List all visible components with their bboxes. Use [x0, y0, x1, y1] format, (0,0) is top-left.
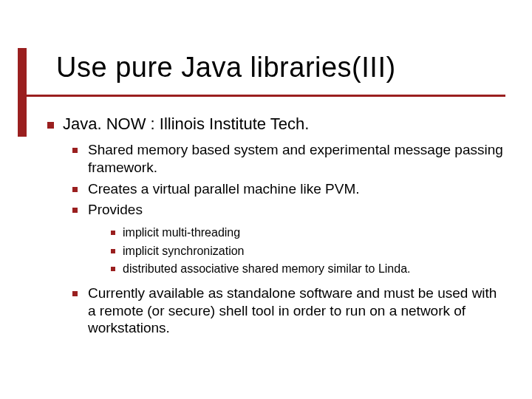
bullet-text: distributed associative shared memory si… — [123, 261, 505, 277]
bullet-level3: distributed associative shared memory si… — [111, 261, 505, 277]
title-underline — [27, 95, 505, 97]
level3-group: implicit multi-threading implicit synchr… — [111, 225, 505, 277]
bullet-text: implicit multi-threading — [123, 225, 505, 241]
bullet-text: implicit synchronization — [123, 243, 505, 259]
slide-title: Use pure Java libraries(III) — [56, 52, 396, 83]
slide: Use pure Java libraries(III) Java. NOW :… — [0, 0, 532, 399]
accent-bar — [18, 48, 27, 137]
bullet-text: Currently available as standalone softwa… — [88, 284, 505, 337]
bullet-text: Creates a virtual parallel machine like … — [88, 180, 505, 198]
bullet-level3: implicit synchronization — [111, 243, 505, 259]
bullet-level2: Currently available as standalone softwa… — [72, 284, 505, 337]
square-bullet-icon — [111, 231, 115, 235]
bullet-level3: implicit multi-threading — [111, 225, 505, 241]
bullet-text: Shared memory based system and experimen… — [88, 141, 505, 177]
square-bullet-icon — [111, 249, 115, 253]
square-bullet-icon — [72, 291, 78, 296]
bullet-text: Java. NOW : Illinois Institute Tech. — [63, 115, 505, 134]
square-bullet-icon — [72, 187, 78, 192]
bullet-level2: Shared memory based system and experimen… — [72, 141, 505, 177]
bullet-level1: Java. NOW : Illinois Institute Tech. — [47, 115, 505, 134]
square-bullet-icon — [111, 267, 115, 271]
bullet-level2: Creates a virtual parallel machine like … — [72, 180, 505, 198]
bullet-text: Provides — [88, 201, 505, 219]
square-bullet-icon — [72, 208, 78, 213]
bullet-level2: Provides — [72, 201, 505, 219]
square-bullet-icon — [47, 122, 54, 129]
square-bullet-icon — [72, 148, 78, 153]
slide-body: Java. NOW : Illinois Institute Tech. Sha… — [47, 115, 505, 341]
level2-group: Shared memory based system and experimen… — [72, 141, 505, 337]
